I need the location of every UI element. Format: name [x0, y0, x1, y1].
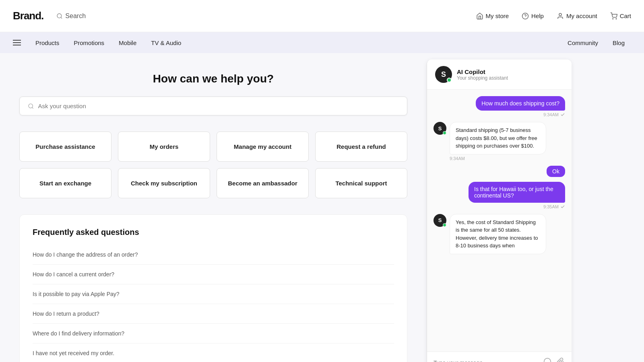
account-icon: [557, 12, 564, 20]
quick-action-become-ambassador[interactable]: Become an ambassador: [217, 168, 309, 198]
nav-community[interactable]: Community: [561, 37, 605, 49]
myaccount-label: My account: [566, 12, 597, 19]
attachment-icon: [556, 358, 564, 362]
chat-bot-name: AI Copilot: [457, 68, 508, 75]
hamburger-line-1: [13, 40, 21, 41]
chat-messages: How much does shipping cost? 9:34AM S St…: [427, 90, 572, 352]
hamburger-line-3: [13, 45, 21, 45]
svg-point-5: [613, 19, 613, 19]
quick-action-technical-support[interactable]: Technical support: [315, 168, 407, 198]
nav-tv-audio[interactable]: TV & Audio: [144, 37, 188, 49]
faq-item-3[interactable]: How do I return a product?: [33, 304, 394, 324]
chat-bot-avatar: S: [435, 66, 452, 83]
chat-online-dot: [447, 78, 452, 82]
chat-bubble-user-1: How much does shipping cost?: [476, 96, 565, 111]
faq-item-5[interactable]: I have not yet received my order.: [33, 343, 394, 362]
ask-question-bar[interactable]: [19, 97, 407, 115]
quick-actions-grid: Purchase assistance My orders Manage my …: [19, 132, 407, 198]
faq-item-1[interactable]: How do I cancel a current order?: [33, 265, 394, 284]
emoji-button[interactable]: [543, 357, 552, 362]
nav-blog[interactable]: Blog: [606, 37, 631, 49]
svg-point-4: [559, 13, 561, 16]
help-label: Help: [531, 12, 544, 19]
svg-point-0: [57, 14, 62, 18]
check-icon-2: [560, 204, 565, 209]
faq-section: Frequently asked questions How do I chan…: [19, 214, 407, 362]
svg-point-6: [616, 19, 617, 19]
svg-point-7: [29, 104, 33, 108]
chat-avatar-letter: S: [441, 70, 446, 79]
cart-icon: [610, 12, 617, 20]
chat-msg-user-2: Is that for Hawaii too, or just the cont…: [433, 182, 565, 209]
cart-link[interactable]: Cart: [610, 12, 631, 20]
hamburger-line-2: [13, 42, 21, 43]
faq-title: Frequently asked questions: [33, 228, 394, 237]
chat-msg-bot-1: S Standard shipping (5-7 business days) …: [433, 122, 565, 161]
ask-question-input[interactable]: [38, 103, 399, 109]
ask-search-icon: [28, 103, 34, 109]
bot-online-dot-1: [443, 131, 446, 135]
brand-logo[interactable]: Brand.: [13, 10, 43, 22]
chat-time-1: 9:34AM: [543, 112, 565, 117]
quick-action-start-exchange[interactable]: Start an exchange: [19, 168, 111, 198]
quick-action-check-subscription[interactable]: Check my subscription: [118, 168, 210, 198]
chat-input-area: [427, 352, 572, 362]
quick-action-manage-account[interactable]: Manage my account: [217, 132, 309, 162]
mystore-label: My store: [486, 12, 509, 19]
navbar-right: Community Blog: [561, 37, 631, 49]
chat-msg-user-1: How much does shipping cost? 9:34AM: [433, 96, 565, 117]
nav-products[interactable]: Products: [29, 37, 66, 49]
search-label: Search: [65, 12, 86, 20]
chat-bubble-ok: Ok: [547, 166, 565, 177]
chat-bot-avatar-small-1: S: [433, 122, 446, 135]
header-nav-right: My store Help My account Cart: [476, 12, 631, 20]
chat-time-bot-1: 9:34AM: [450, 156, 546, 161]
chat-time-2: 9:35AM: [543, 204, 565, 209]
cart-label: Cart: [620, 12, 631, 19]
quick-action-purchase-assistance[interactable]: Purchase assistance: [19, 132, 111, 162]
emoji-icon: [543, 358, 551, 362]
quick-action-my-orders[interactable]: My orders: [118, 132, 210, 162]
svg-line-8: [32, 107, 33, 109]
faq-item-4[interactable]: Where do I find delivery information?: [33, 324, 394, 343]
chat-input-icons: [543, 357, 565, 362]
myaccount-link[interactable]: My account: [557, 12, 597, 20]
chat-bot-subtitle: Your shopping assistant: [457, 75, 508, 81]
navbar: Products Promotions Mobile TV & Audio Co…: [0, 32, 644, 53]
chat-bubble-bot-1: Standard shipping (5-7 business days) co…: [450, 122, 546, 154]
page-title: How can we help you?: [19, 72, 407, 85]
svg-line-1: [61, 17, 62, 19]
chat-bubble-bot-2: Yes, the cost of Standard Shipping is th…: [450, 214, 546, 254]
chat-msg-bot-2: S Yes, the cost of Standard Shipping is …: [433, 214, 565, 254]
quick-action-request-refund[interactable]: Request a refund: [315, 132, 407, 162]
chat-bubble-user-2: Is that for Hawaii too, or just the cont…: [469, 182, 565, 203]
nav-mobile[interactable]: Mobile: [112, 37, 143, 49]
store-icon: [476, 12, 483, 20]
main-content: How can we help you? Purchase assistance…: [0, 53, 644, 362]
nav-promotions[interactable]: Promotions: [67, 37, 111, 49]
header: Brand. Search My store Help My account C…: [0, 0, 644, 32]
attachment-button[interactable]: [555, 357, 565, 362]
bot-online-dot-2: [443, 223, 446, 227]
search-icon: [56, 13, 63, 19]
check-icon: [560, 112, 565, 117]
chat-header: S AI Copilot Your shopping assistant: [427, 60, 572, 90]
chat-msg-user-ok: Ok: [433, 166, 565, 177]
svg-point-9: [544, 358, 551, 362]
faq-item-2[interactable]: Is it possible to pay via Apple Pay?: [33, 284, 394, 304]
chat-input[interactable]: [433, 360, 539, 362]
chat-bot-avatar-small-2: S: [433, 214, 446, 227]
chat-panel: S AI Copilot Your shopping assistant How…: [427, 60, 572, 362]
search-bar[interactable]: Search: [56, 12, 86, 20]
help-icon: [522, 12, 529, 20]
chat-header-info: AI Copilot Your shopping assistant: [457, 68, 508, 81]
content-area: How can we help you? Purchase assistance…: [0, 53, 427, 362]
hamburger-menu[interactable]: [13, 40, 21, 45]
faq-item-0[interactable]: How do I change the address of an order?: [33, 245, 394, 265]
mystore-link[interactable]: My store: [476, 12, 509, 20]
help-link[interactable]: Help: [522, 12, 544, 20]
